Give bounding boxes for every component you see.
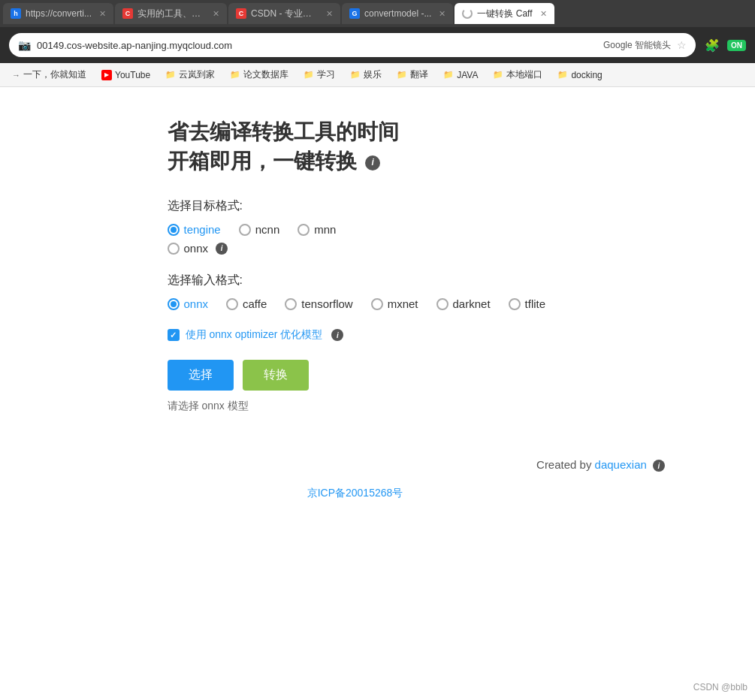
- tab5-label: 一键转换 Caff: [477, 8, 532, 20]
- bookmark-arrow-icon: →: [12, 71, 20, 80]
- optimizer-checkbox-label: 使用 onnx optimizer 优化模型: [186, 328, 323, 342]
- radio-input-mxnet-circle[interactable]: [371, 298, 383, 310]
- radio-onnx-target-circle[interactable]: [168, 243, 180, 255]
- radio-mnn-circle[interactable]: [297, 224, 310, 236]
- radio-input-onnx[interactable]: onnx: [168, 297, 209, 310]
- radio-ncnn-circle[interactable]: [239, 224, 251, 236]
- bookmark-label-8: 本地端口: [506, 68, 542, 81]
- radio-input-tflite[interactable]: tflite: [509, 297, 546, 310]
- url-input[interactable]: [37, 40, 597, 51]
- radio-input-onnx-circle[interactable]: [168, 298, 180, 310]
- main-title: 省去编译转换工具的时间 开箱即用，一键转换 i: [168, 117, 588, 176]
- bookmark-label-3: 论文数据库: [243, 68, 288, 81]
- browser-tab-3[interactable]: C CSDN - 专业开发... ✕: [228, 3, 340, 24]
- bookmark-item-6[interactable]: 📁 翻译: [391, 67, 434, 83]
- radio-input-caffe-label: caffe: [243, 297, 267, 310]
- tab5-loading-icon: [462, 8, 473, 19]
- main-content: 省去编译转换工具的时间 开箱即用，一键转换 i 选择目标格式: tengine …: [0, 87, 755, 700]
- radio-tengine-circle[interactable]: [168, 224, 180, 236]
- radio-input-caffe-circle[interactable]: [226, 298, 238, 310]
- tab4-label: convertmodel -...: [364, 8, 431, 19]
- browser-tab-1[interactable]: h https://converti... ✕: [3, 3, 113, 24]
- radio-mnn[interactable]: mnn: [297, 223, 336, 236]
- onnx-target-info-icon[interactable]: i: [216, 243, 228, 255]
- buttons-row: 选择 转换: [168, 360, 588, 391]
- bookmark-item-yt[interactable]: ▶ YouTube: [95, 68, 156, 82]
- created-by-text: Created by: [536, 458, 595, 471]
- bookmark-item-2[interactable]: 📁 云岚到家: [159, 67, 221, 83]
- tab2-favicon: C: [122, 8, 133, 19]
- title-line1: 省去编译转换工具的时间: [168, 120, 399, 143]
- tab1-close[interactable]: ✕: [99, 9, 106, 19]
- select-button[interactable]: 选择: [168, 360, 234, 391]
- radio-input-caffe[interactable]: caffe: [226, 297, 267, 310]
- bookmark-item-0[interactable]: → 一下，你就知道: [6, 67, 92, 83]
- radio-tengine[interactable]: tengine: [168, 223, 221, 236]
- bookmark-item-4[interactable]: 📁 学习: [297, 67, 341, 83]
- folder-icon-4: 📁: [304, 70, 314, 80]
- optimizer-checkbox[interactable]: [168, 329, 180, 341]
- radio-input-darknet[interactable]: darknet: [436, 297, 491, 310]
- tab2-label: 实用的工具、搜索...: [137, 8, 205, 20]
- url-input-container[interactable]: 📷 Google 智能镜头 ☆: [9, 33, 696, 57]
- radio-input-tensorflow[interactable]: tensorflow: [285, 297, 352, 310]
- input-format-radio-group: onnx caffe tensorflow mxnet: [168, 297, 588, 310]
- youtube-icon: ▶: [101, 70, 112, 80]
- bookmark-label-6: 翻译: [410, 68, 428, 81]
- bookmark-label-0: 一下，你就知道: [23, 68, 86, 81]
- extensions-icon[interactable]: 🧩: [702, 35, 723, 56]
- star-icon[interactable]: ☆: [677, 39, 687, 51]
- bookmark-item-8[interactable]: 📁 本地端口: [487, 67, 548, 83]
- status-text: 请选择 onnx 模型: [168, 400, 588, 413]
- radio-ncnn-label: ncnn: [255, 223, 280, 236]
- tab5-close[interactable]: ✕: [540, 9, 547, 19]
- radio-mnn-label: mnn: [314, 223, 336, 236]
- bookmark-label-4: 学习: [317, 68, 335, 81]
- radio-onnx-target[interactable]: onnx: [168, 242, 209, 255]
- bookmark-item-9[interactable]: 📁 docking: [551, 68, 608, 82]
- browser-tab-5[interactable]: 一键转换 Caff ✕: [455, 3, 554, 24]
- title-line2: 开箱即用，一键转换: [168, 149, 357, 173]
- radio-input-tflite-circle[interactable]: [509, 298, 521, 310]
- radio-input-tflite-label: tflite: [525, 297, 546, 310]
- author-info-icon[interactable]: i: [653, 460, 665, 472]
- radio-input-mxnet-label: mxnet: [388, 297, 418, 310]
- radio-input-tensorflow-label: tensorflow: [301, 297, 352, 310]
- tab1-label: https://converti...: [26, 8, 92, 19]
- browser-chrome: h https://converti... ✕ C 实用的工具、搜索... ✕ …: [0, 0, 755, 63]
- target-format-label: 选择目标格式:: [168, 198, 588, 214]
- bottom-watermark: CSDN @bblb: [693, 682, 747, 692]
- input-format-label: 选择输入格式:: [168, 273, 588, 288]
- convert-button[interactable]: 转换: [243, 360, 309, 391]
- browser-tab-4[interactable]: G convertmodel -... ✕: [342, 3, 453, 24]
- input-format-section: 选择输入格式: onnx caffe tensorflow: [168, 273, 588, 310]
- radio-input-mxnet[interactable]: mxnet: [371, 297, 418, 310]
- bookmarks-bar: → 一下，你就知道 ▶ YouTube 📁 云岚到家 📁 论文数据库 📁 学习 …: [0, 63, 755, 87]
- tab4-favicon: G: [349, 8, 360, 19]
- radio-ncnn[interactable]: ncnn: [239, 223, 280, 236]
- folder-icon-9: 📁: [557, 70, 568, 80]
- radio-input-darknet-circle[interactable]: [436, 298, 448, 310]
- bookmark-item-5[interactable]: 📁 娱乐: [344, 67, 388, 83]
- radio-input-darknet-label: darknet: [453, 297, 491, 310]
- search-label: Google 智能镜头: [603, 39, 671, 52]
- tab-bar: h https://converti... ✕ C 实用的工具、搜索... ✕ …: [0, 0, 755, 27]
- bookmark-item-7[interactable]: 📁 JAVA: [437, 68, 484, 82]
- radio-input-tensorflow-circle[interactable]: [285, 298, 297, 310]
- tab4-close[interactable]: ✕: [439, 9, 445, 19]
- tab3-close[interactable]: ✕: [326, 9, 333, 19]
- target-format-radio-group: tengine ncnn mnn onnx: [168, 223, 588, 255]
- title-info-icon[interactable]: i: [365, 155, 380, 170]
- bookmark-item-3[interactable]: 📁 论文数据库: [224, 67, 294, 83]
- addr-right-icons: 🧩 ON: [702, 35, 746, 56]
- browser-tab-2[interactable]: C 实用的工具、搜索... ✕: [115, 3, 227, 24]
- folder-icon-5: 📁: [350, 70, 361, 80]
- optimizer-info-icon[interactable]: i: [331, 329, 343, 341]
- tab2-close[interactable]: ✕: [213, 9, 219, 19]
- target-format-section: 选择目标格式: tengine ncnn mnn: [168, 198, 588, 255]
- icp-link[interactable]: 京ICP备20015268号: [0, 487, 710, 500]
- tab1-favicon: h: [11, 8, 21, 19]
- address-bar: 📷 Google 智能镜头 ☆ 🧩 ON: [0, 27, 755, 63]
- tab3-favicon: C: [236, 8, 246, 19]
- author-link[interactable]: daquexian: [595, 458, 647, 471]
